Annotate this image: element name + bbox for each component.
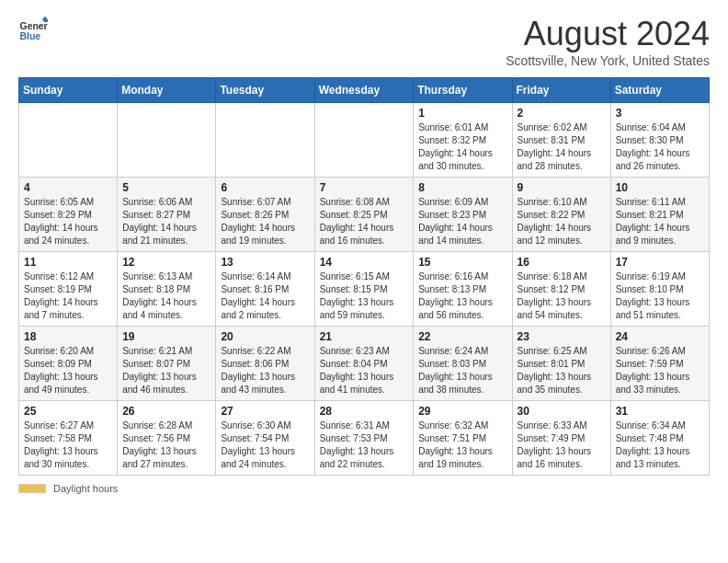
calendar-cell-w4-d6: 23Sunrise: 6:25 AM Sunset: 8:01 PM Dayli… — [512, 327, 610, 401]
calendar-cell-w1-d2 — [118, 103, 216, 178]
day-number: 16 — [518, 256, 606, 269]
week-row-5: 25Sunrise: 6:27 AM Sunset: 7:58 PM Dayli… — [19, 401, 710, 476]
day-info: Sunrise: 6:12 AM Sunset: 8:19 PM Dayligh… — [24, 270, 112, 322]
day-info: Sunrise: 6:07 AM Sunset: 8:26 PM Dayligh… — [221, 196, 309, 247]
calendar-cell-w3-d3: 13Sunrise: 6:14 AM Sunset: 8:16 PM Dayli… — [216, 252, 314, 327]
day-number: 20 — [221, 330, 309, 343]
calendar-cell-w4-d4: 21Sunrise: 6:23 AM Sunset: 8:04 PM Dayli… — [314, 327, 414, 401]
logo: General Blue — [18, 15, 48, 44]
day-info: Sunrise: 6:05 AM Sunset: 8:29 PM Dayligh… — [24, 196, 112, 247]
day-number: 15 — [418, 256, 506, 269]
day-info: Sunrise: 6:19 AM Sunset: 8:10 PM Dayligh… — [616, 270, 704, 322]
calendar-cell-w2-d5: 8Sunrise: 6:09 AM Sunset: 8:23 PM Daylig… — [414, 178, 512, 252]
day-info: Sunrise: 6:10 AM Sunset: 8:22 PM Dayligh… — [518, 196, 606, 247]
calendar-cell-w1-d6: 2Sunrise: 6:02 AM Sunset: 8:31 PM Daylig… — [512, 103, 610, 178]
col-tuesday: Tuesday — [216, 78, 314, 103]
day-info: Sunrise: 6:06 AM Sunset: 8:27 PM Dayligh… — [122, 196, 210, 247]
logo-icon: General Blue — [18, 15, 48, 44]
calendar-cell-w5-d1: 25Sunrise: 6:27 AM Sunset: 7:58 PM Dayli… — [19, 401, 118, 476]
calendar-cell-w3-d2: 12Sunrise: 6:13 AM Sunset: 8:18 PM Dayli… — [118, 252, 216, 327]
day-number: 8 — [418, 181, 506, 194]
calendar-cell-w2-d3: 6Sunrise: 6:07 AM Sunset: 8:26 PM Daylig… — [216, 178, 314, 252]
day-info: Sunrise: 6:11 AM Sunset: 8:21 PM Dayligh… — [616, 196, 704, 247]
day-number: 29 — [418, 405, 506, 418]
calendar-header-row: Sunday Monday Tuesday Wednesday Thursday… — [19, 78, 710, 103]
col-sunday: Sunday — [19, 78, 118, 103]
day-number: 25 — [24, 405, 112, 418]
daylight-label: Daylight hours — [53, 483, 118, 494]
calendar-cell-w4-d7: 24Sunrise: 6:26 AM Sunset: 7:59 PM Dayli… — [610, 327, 709, 401]
day-number: 2 — [518, 107, 606, 120]
calendar-table: Sunday Monday Tuesday Wednesday Thursday… — [18, 77, 710, 476]
svg-text:General: General — [20, 21, 48, 31]
day-info: Sunrise: 6:30 AM Sunset: 7:54 PM Dayligh… — [221, 419, 309, 471]
day-number: 31 — [616, 405, 704, 418]
day-number: 14 — [320, 256, 409, 269]
day-number: 1 — [418, 107, 506, 120]
day-info: Sunrise: 6:31 AM Sunset: 7:53 PM Dayligh… — [320, 419, 409, 471]
day-info: Sunrise: 6:20 AM Sunset: 8:09 PM Dayligh… — [24, 345, 112, 396]
day-info: Sunrise: 6:09 AM Sunset: 8:23 PM Dayligh… — [418, 196, 506, 247]
week-row-3: 11Sunrise: 6:12 AM Sunset: 8:19 PM Dayli… — [19, 252, 710, 327]
svg-text:Blue: Blue — [20, 31, 41, 41]
daylight-bar-icon — [18, 484, 46, 493]
calendar-cell-w5-d7: 31Sunrise: 6:34 AM Sunset: 7:48 PM Dayli… — [610, 401, 709, 476]
col-thursday: Thursday — [414, 78, 512, 103]
calendar-cell-w1-d3 — [216, 103, 314, 178]
calendar-cell-w1-d4 — [314, 103, 414, 178]
day-info: Sunrise: 6:33 AM Sunset: 7:49 PM Dayligh… — [518, 419, 606, 471]
calendar-cell-w4-d3: 20Sunrise: 6:22 AM Sunset: 8:06 PM Dayli… — [216, 327, 314, 401]
day-number: 24 — [616, 330, 704, 343]
calendar-cell-w3-d7: 17Sunrise: 6:19 AM Sunset: 8:10 PM Dayli… — [610, 252, 709, 327]
calendar-cell-w3-d5: 15Sunrise: 6:16 AM Sunset: 8:13 PM Dayli… — [414, 252, 512, 327]
calendar-cell-w1-d5: 1Sunrise: 6:01 AM Sunset: 8:32 PM Daylig… — [414, 103, 512, 178]
col-wednesday: Wednesday — [314, 78, 414, 103]
day-info: Sunrise: 6:25 AM Sunset: 8:01 PM Dayligh… — [518, 345, 606, 396]
day-info: Sunrise: 6:01 AM Sunset: 8:32 PM Dayligh… — [418, 121, 506, 173]
title-area: August 2024 Scottsville, New York, Unite… — [506, 15, 710, 68]
calendar-cell-w1-d1 — [19, 103, 118, 178]
day-info: Sunrise: 6:32 AM Sunset: 7:51 PM Dayligh… — [418, 419, 506, 471]
calendar-cell-w1-d7: 3Sunrise: 6:04 AM Sunset: 8:30 PM Daylig… — [610, 103, 709, 178]
col-monday: Monday — [118, 78, 216, 103]
calendar-cell-w4-d2: 19Sunrise: 6:21 AM Sunset: 8:07 PM Dayli… — [118, 327, 216, 401]
day-number: 21 — [320, 330, 409, 343]
day-number: 3 — [616, 107, 704, 120]
day-info: Sunrise: 6:22 AM Sunset: 8:06 PM Dayligh… — [221, 345, 309, 396]
calendar-cell-w5-d2: 26Sunrise: 6:28 AM Sunset: 7:56 PM Dayli… — [118, 401, 216, 476]
day-number: 19 — [122, 330, 210, 343]
calendar-cell-w3-d1: 11Sunrise: 6:12 AM Sunset: 8:19 PM Dayli… — [19, 252, 118, 327]
day-info: Sunrise: 6:27 AM Sunset: 7:58 PM Dayligh… — [24, 419, 112, 471]
day-number: 9 — [518, 181, 606, 194]
day-info: Sunrise: 6:28 AM Sunset: 7:56 PM Dayligh… — [122, 419, 210, 471]
day-number: 30 — [518, 405, 606, 418]
calendar-cell-w5-d5: 29Sunrise: 6:32 AM Sunset: 7:51 PM Dayli… — [414, 401, 512, 476]
day-number: 27 — [221, 405, 309, 418]
day-number: 4 — [24, 181, 112, 194]
day-number: 18 — [24, 330, 112, 343]
day-info: Sunrise: 6:21 AM Sunset: 8:07 PM Dayligh… — [122, 345, 210, 396]
calendar-cell-w5-d6: 30Sunrise: 6:33 AM Sunset: 7:49 PM Dayli… — [512, 401, 610, 476]
day-info: Sunrise: 6:24 AM Sunset: 8:03 PM Dayligh… — [418, 345, 506, 396]
day-number: 7 — [320, 181, 409, 194]
header: General Blue August 2024 Scottsville, Ne… — [18, 15, 710, 68]
calendar-cell-w2-d4: 7Sunrise: 6:08 AM Sunset: 8:25 PM Daylig… — [314, 178, 414, 252]
day-info: Sunrise: 6:02 AM Sunset: 8:31 PM Dayligh… — [518, 121, 606, 173]
day-number: 5 — [122, 181, 210, 194]
calendar-cell-w3-d6: 16Sunrise: 6:18 AM Sunset: 8:12 PM Dayli… — [512, 252, 610, 327]
day-info: Sunrise: 6:13 AM Sunset: 8:18 PM Dayligh… — [122, 270, 210, 322]
calendar-cell-w2-d6: 9Sunrise: 6:10 AM Sunset: 8:22 PM Daylig… — [512, 178, 610, 252]
calendar-cell-w5-d3: 27Sunrise: 6:30 AM Sunset: 7:54 PM Dayli… — [216, 401, 314, 476]
day-info: Sunrise: 6:16 AM Sunset: 8:13 PM Dayligh… — [418, 270, 506, 322]
day-info: Sunrise: 6:04 AM Sunset: 8:30 PM Dayligh… — [616, 121, 704, 173]
subtitle: Scottsville, New York, United States — [506, 53, 710, 68]
day-info: Sunrise: 6:23 AM Sunset: 8:04 PM Dayligh… — [320, 345, 409, 396]
day-info: Sunrise: 6:26 AM Sunset: 7:59 PM Dayligh… — [616, 345, 704, 396]
day-number: 28 — [320, 405, 409, 418]
footer-note: Daylight hours — [18, 483, 710, 494]
calendar-cell-w2-d2: 5Sunrise: 6:06 AM Sunset: 8:27 PM Daylig… — [118, 178, 216, 252]
day-number: 12 — [122, 256, 210, 269]
day-info: Sunrise: 6:34 AM Sunset: 7:48 PM Dayligh… — [616, 419, 704, 471]
day-number: 26 — [122, 405, 210, 418]
day-number: 22 — [418, 330, 506, 343]
